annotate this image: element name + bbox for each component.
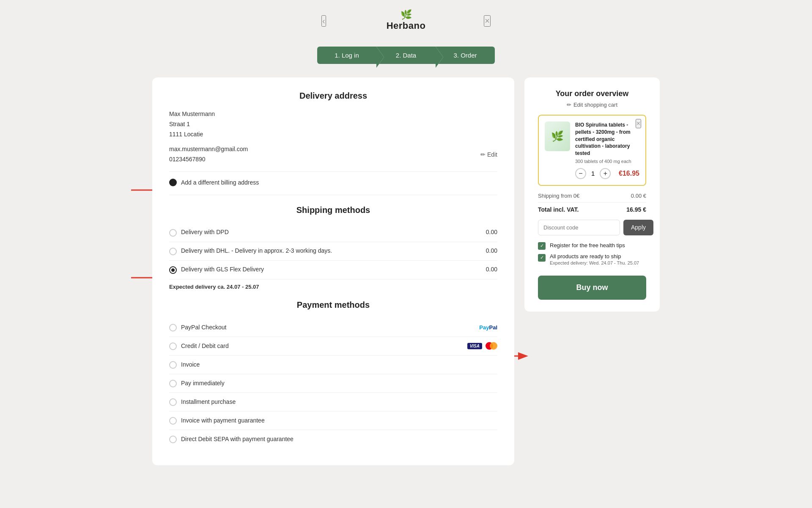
header: ‹ 🌿 Herbano × [0, 0, 812, 38]
edit-address-button[interactable]: ✏ Edit [480, 151, 497, 158]
main-content: Delivery address Max Mustermann Straat 1… [152, 77, 660, 465]
buy-now-button[interactable]: Buy now [538, 276, 646, 300]
payment-title: Payment methods [169, 300, 497, 310]
edit-cart-button[interactable]: ✏ Edit shopping cart [538, 102, 646, 108]
product-inner: 🌿 BIO Spirulina tablets - pellets - 3200… [545, 121, 639, 179]
payment-invoice-radio[interactable] [169, 361, 177, 369]
total-row: Total incl. VAT. 16.95 € [538, 202, 646, 213]
payment-card[interactable]: Credit / Debit card VISA [169, 337, 497, 356]
qty-decrease-button[interactable]: − [575, 168, 586, 179]
payment-invoice-guarantee-radio[interactable] [169, 417, 177, 425]
progress-steps: 1. Log in 2. Data 3. Order [317, 47, 495, 64]
payment-sepa-radio[interactable] [169, 436, 177, 443]
step-data[interactable]: 2. Data [376, 47, 436, 64]
product-name: BIO Spirulina tablets - pellets - 3200mg… [575, 121, 639, 157]
shipping-row: Shipping from 0€ 0.00 € [538, 193, 646, 199]
payment-immediate[interactable]: Pay immediately [169, 374, 497, 393]
qty-value: 1 [591, 170, 595, 177]
discount-input[interactable] [538, 220, 620, 235]
ship-ready-check[interactable]: ✓ All products are ready to ship Expecte… [538, 253, 646, 265]
payment-paypal-radio[interactable] [169, 324, 177, 331]
right-panel: Your order overview ✏ Edit shopping cart… [524, 77, 660, 312]
qty-control: − 1 + [575, 168, 611, 179]
edit-row: max.mustermann@gmail.com 01234567890 ✏ E… [169, 144, 497, 172]
address-name: Max Mustermann Straat 1 1111 Locatie [169, 109, 497, 139]
payment-immediate-radio[interactable] [169, 380, 177, 387]
product-price: €16.95 [619, 170, 639, 177]
paypal-logo-icon: PayPal [479, 324, 497, 331]
shipping-gls[interactable]: Delivery with GLS Flex Delivery 0.00 [169, 261, 497, 279]
mastercard-icon [486, 342, 497, 350]
card-logos: VISA [467, 342, 497, 350]
discount-row: Apply [538, 220, 646, 235]
product-qty-row: − 1 + €16.95 [575, 168, 639, 179]
close-button[interactable]: × [484, 15, 491, 27]
billing-address-row[interactable]: Add a different billing address [169, 179, 497, 195]
payment-paypal[interactable]: PayPal Checkout PayPal [169, 318, 497, 337]
payment-card-radio[interactable] [169, 342, 177, 350]
ship-ready-label: All products are ready to ship [550, 253, 639, 260]
left-panel: Delivery address Max Mustermann Straat 1… [152, 77, 514, 465]
product-image: 🌿 [545, 121, 570, 151]
health-tips-checkbox[interactable]: ✓ [538, 242, 546, 250]
back-button[interactable]: ‹ [321, 15, 326, 27]
payment-installment[interactable]: Installment purchase [169, 393, 497, 411]
visa-icon: VISA [467, 343, 482, 349]
product-sub: 300 tablets of 400 mg each [575, 159, 639, 164]
ship-ready-checkbox[interactable]: ✓ [538, 254, 546, 262]
delivery-estimate: Expected delivery: Wed. 24.07 - Thu. 25.… [550, 260, 639, 265]
logo-text: Herbano [387, 20, 426, 31]
shipping-dpd-radio[interactable] [169, 229, 177, 237]
expected-delivery: Expected delivery ca. 24.07 - 25.07 [169, 284, 497, 290]
shipping-gls-radio[interactable] [169, 266, 177, 274]
pencil-cart-icon: ✏ [567, 102, 571, 108]
health-tips-label: Register for the free health tips [550, 242, 625, 248]
payment-sepa[interactable]: Direct Debit SEPA with payment guarantee [169, 430, 497, 448]
shipping-dhl-radio[interactable] [169, 248, 177, 255]
product-remove-button[interactable]: × [636, 119, 641, 128]
health-tips-check[interactable]: ✓ Register for the free health tips [538, 242, 646, 250]
shipping-dpd[interactable]: Delivery with DPD 0.00 [169, 224, 497, 242]
shipping-title: Shipping methods [169, 205, 497, 215]
payment-invoice[interactable]: Invoice [169, 356, 497, 374]
payment-installment-radio[interactable] [169, 398, 177, 406]
logo: 🌿 Herbano [387, 10, 426, 31]
shipping-dhl[interactable]: Delivery with DHL. - Delivery in approx.… [169, 242, 497, 261]
pencil-icon: ✏ [480, 151, 486, 158]
order-title: Your order overview [538, 89, 646, 98]
logo-leaf-icon: 🌿 [401, 10, 412, 19]
step-order[interactable]: 3. Order [436, 47, 495, 64]
delivery-title: Delivery address [169, 91, 497, 101]
contact-info: max.mustermann@gmail.com 01234567890 [169, 144, 248, 165]
apply-button[interactable]: Apply [623, 220, 653, 235]
product-details: BIO Spirulina tablets - pellets - 3200mg… [575, 121, 639, 179]
payment-invoice-guarantee[interactable]: Invoice with payment guarantee [169, 411, 497, 430]
billing-radio [169, 179, 177, 186]
qty-increase-button[interactable]: + [600, 168, 611, 179]
step-login[interactable]: 1. Log in [317, 47, 376, 64]
product-card: × 🌿 BIO Spirulina tablets - pellets - 32… [538, 115, 646, 186]
